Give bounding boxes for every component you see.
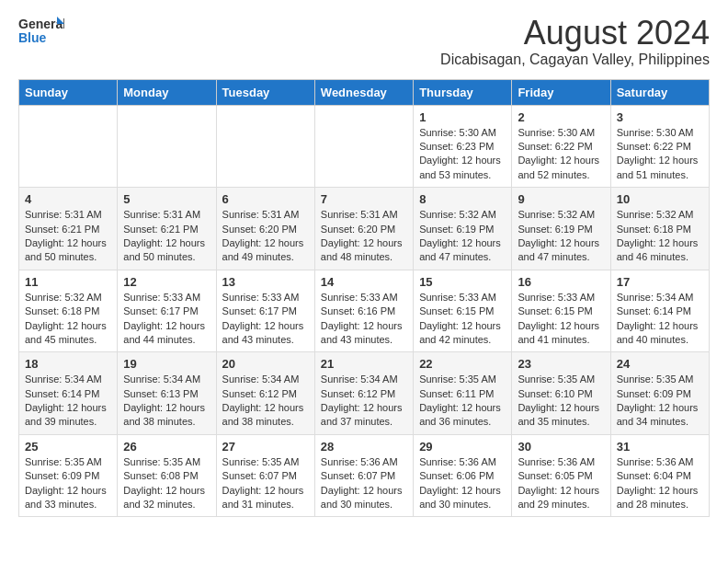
day-number: 8 xyxy=(419,192,506,206)
day-cell: 18Sunrise: 5:34 AMSunset: 6:14 PMDayligh… xyxy=(19,352,118,435)
day-info-line: Sunset: 6:19 PM xyxy=(419,223,506,236)
day-info-line: and 42 minutes. xyxy=(419,333,506,347)
day-info-line: Sunrise: 5:35 AM xyxy=(617,373,703,386)
week-row-3: 11Sunrise: 5:32 AMSunset: 6:18 PMDayligh… xyxy=(19,270,710,352)
day-info-line: and 40 minutes. xyxy=(617,333,703,347)
day-info-line: Daylight: 12 hours xyxy=(518,401,604,415)
day-info-line: Sunset: 6:10 PM xyxy=(518,387,604,401)
day-info-line: Daylight: 12 hours xyxy=(222,236,309,250)
day-info-line: Sunset: 6:21 PM xyxy=(123,223,210,236)
logo: General Blue xyxy=(18,15,64,48)
day-info-line: Sunset: 6:04 PM xyxy=(617,469,703,483)
day-info-line: and 50 minutes. xyxy=(123,250,210,264)
day-info-line: Daylight: 12 hours xyxy=(617,154,703,167)
day-info-line: Sunset: 6:12 PM xyxy=(222,387,309,401)
day-cell: 12Sunrise: 5:33 AMSunset: 6:17 PMDayligh… xyxy=(118,270,216,352)
day-number: 4 xyxy=(25,192,111,206)
day-cell: 1Sunrise: 5:30 AMSunset: 6:23 PMDaylight… xyxy=(414,105,512,188)
day-number: 2 xyxy=(518,110,604,124)
day-info-line: and 35 minutes. xyxy=(518,415,604,429)
day-number: 29 xyxy=(419,440,506,454)
day-info-line: and 52 minutes. xyxy=(518,168,604,182)
day-number: 25 xyxy=(25,440,111,454)
day-info-line: Sunrise: 5:36 AM xyxy=(518,455,604,469)
day-info-line: Daylight: 12 hours xyxy=(25,401,111,415)
day-info-line: Sunrise: 5:33 AM xyxy=(222,291,309,304)
day-number: 15 xyxy=(419,275,506,289)
day-info-line: Sunset: 6:06 PM xyxy=(419,469,506,483)
day-number: 5 xyxy=(123,192,210,206)
day-info-line: Sunrise: 5:36 AM xyxy=(321,455,407,469)
day-info-line: Sunrise: 5:32 AM xyxy=(25,291,111,304)
day-info-line: Sunrise: 5:35 AM xyxy=(25,455,111,469)
day-number: 17 xyxy=(617,275,703,289)
day-info-line: Daylight: 12 hours xyxy=(321,484,407,498)
day-info-line: Daylight: 12 hours xyxy=(419,319,506,333)
day-info-line: Sunset: 6:09 PM xyxy=(617,387,703,401)
day-info-line: and 30 minutes. xyxy=(419,498,506,511)
day-info-line: Sunrise: 5:32 AM xyxy=(419,208,506,222)
day-info-line: Daylight: 12 hours xyxy=(123,484,210,498)
day-info-line: Daylight: 12 hours xyxy=(123,401,210,415)
day-cell: 31Sunrise: 5:36 AMSunset: 6:04 PMDayligh… xyxy=(610,434,709,517)
day-number: 28 xyxy=(321,440,407,454)
day-info-line: Daylight: 12 hours xyxy=(321,401,407,415)
day-cell: 23Sunrise: 5:35 AMSunset: 6:10 PMDayligh… xyxy=(512,352,610,435)
day-number: 26 xyxy=(123,440,210,454)
day-info-line: and 38 minutes. xyxy=(222,415,309,429)
day-cell: 14Sunrise: 5:33 AMSunset: 6:16 PMDayligh… xyxy=(314,270,413,352)
day-info-line: Daylight: 12 hours xyxy=(419,401,506,415)
calendar-table: SundayMondayTuesdayWednesdayThursdayFrid… xyxy=(18,79,710,518)
day-info-line: Sunrise: 5:34 AM xyxy=(25,373,111,386)
title-section: August 2024 Dicabisagan, Cagayan Valley,… xyxy=(440,15,710,68)
day-info-line: Sunset: 6:09 PM xyxy=(25,469,111,483)
day-cell: 9Sunrise: 5:32 AMSunset: 6:19 PMDaylight… xyxy=(512,188,610,270)
day-info-line: Sunrise: 5:35 AM xyxy=(518,373,604,386)
header-day-saturday: Saturday xyxy=(610,79,709,105)
day-info-line: and 46 minutes. xyxy=(617,250,703,264)
day-cell: 16Sunrise: 5:33 AMSunset: 6:15 PMDayligh… xyxy=(512,270,610,352)
day-info-line: Sunset: 6:17 PM xyxy=(123,304,210,318)
day-info-line: and 41 minutes. xyxy=(518,333,604,347)
day-number: 23 xyxy=(518,357,604,371)
day-info-line: Sunrise: 5:35 AM xyxy=(222,455,309,469)
day-cell: 25Sunrise: 5:35 AMSunset: 6:09 PMDayligh… xyxy=(19,434,118,517)
day-info-line: Sunset: 6:20 PM xyxy=(222,223,309,236)
day-info-line: Daylight: 12 hours xyxy=(518,484,604,498)
day-info-line: and 53 minutes. xyxy=(419,168,506,182)
day-info-line: Sunset: 6:17 PM xyxy=(222,304,309,318)
svg-text:Blue: Blue xyxy=(18,30,47,45)
day-info-line: and 30 minutes. xyxy=(321,498,407,511)
day-cell: 20Sunrise: 5:34 AMSunset: 6:12 PMDayligh… xyxy=(216,352,314,435)
day-info-line: Sunset: 6:07 PM xyxy=(321,469,407,483)
day-cell xyxy=(314,105,413,188)
day-cell: 22Sunrise: 5:35 AMSunset: 6:11 PMDayligh… xyxy=(414,352,512,435)
main-title: August 2024 xyxy=(440,15,710,52)
logo-svg: General Blue xyxy=(18,15,64,48)
day-cell xyxy=(19,105,118,188)
day-info-line: Sunset: 6:19 PM xyxy=(518,223,604,236)
header-day-tuesday: Tuesday xyxy=(216,79,314,105)
day-info-line: Sunrise: 5:30 AM xyxy=(419,126,506,140)
day-number: 3 xyxy=(617,110,703,124)
day-cell: 4Sunrise: 5:31 AMSunset: 6:21 PMDaylight… xyxy=(19,188,118,270)
day-info-line: Sunset: 6:08 PM xyxy=(123,469,210,483)
day-info-line: Sunrise: 5:33 AM xyxy=(321,291,407,304)
day-info-line: Sunrise: 5:34 AM xyxy=(123,373,210,386)
day-info-line: Sunset: 6:14 PM xyxy=(617,304,703,318)
day-info-line: and 43 minutes. xyxy=(321,333,407,347)
day-number: 13 xyxy=(222,275,309,289)
day-info-line: Sunrise: 5:30 AM xyxy=(617,126,703,140)
day-cell: 26Sunrise: 5:35 AMSunset: 6:08 PMDayligh… xyxy=(118,434,216,517)
day-info-line: Sunset: 6:15 PM xyxy=(518,304,604,318)
day-cell: 21Sunrise: 5:34 AMSunset: 6:12 PMDayligh… xyxy=(314,352,413,435)
day-number: 18 xyxy=(25,357,111,371)
day-number: 27 xyxy=(222,440,309,454)
day-info-line: and 38 minutes. xyxy=(123,415,210,429)
header-row: SundayMondayTuesdayWednesdayThursdayFrid… xyxy=(19,79,710,105)
day-cell xyxy=(118,105,216,188)
day-info-line: and 50 minutes. xyxy=(25,250,111,264)
day-number: 20 xyxy=(222,357,309,371)
day-cell: 5Sunrise: 5:31 AMSunset: 6:21 PMDaylight… xyxy=(118,188,216,270)
day-cell: 28Sunrise: 5:36 AMSunset: 6:07 PMDayligh… xyxy=(314,434,413,517)
